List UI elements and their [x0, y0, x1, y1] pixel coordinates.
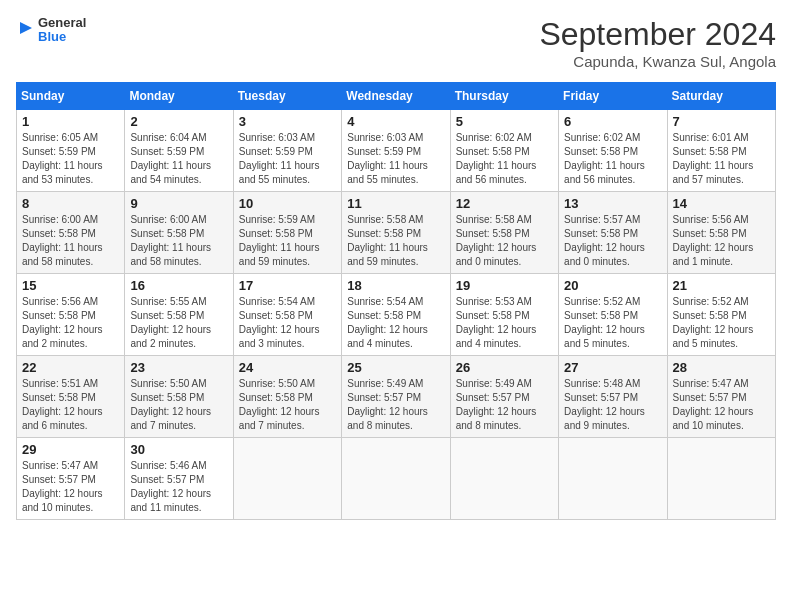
cell-day-number: 25	[347, 360, 444, 375]
logo: General Blue	[16, 16, 86, 45]
cell-daylight: Daylight: 12 hours and 5 minutes.	[564, 323, 661, 351]
cell-sunset: Sunset: 5:58 PM	[130, 391, 227, 405]
cell-sunset: Sunset: 5:57 PM	[22, 473, 119, 487]
cell-sunrise: Sunrise: 5:49 AM	[347, 377, 444, 391]
cell-sunrise: Sunrise: 6:02 AM	[564, 131, 661, 145]
cell-sunset: Sunset: 5:58 PM	[673, 227, 770, 241]
cell-sunrise: Sunrise: 5:53 AM	[456, 295, 553, 309]
cell-sunset: Sunset: 5:58 PM	[22, 309, 119, 323]
calendar-cell-1-1: 1 Sunrise: 6:05 AM Sunset: 5:59 PM Dayli…	[17, 110, 125, 192]
svg-marker-0	[20, 22, 32, 34]
cell-day-number: 13	[564, 196, 661, 211]
calendar-cell-3-2: 16 Sunrise: 5:55 AM Sunset: 5:58 PM Dayl…	[125, 274, 233, 356]
cell-sunrise: Sunrise: 5:49 AM	[456, 377, 553, 391]
cell-day-number: 14	[673, 196, 770, 211]
cell-sunrise: Sunrise: 5:52 AM	[673, 295, 770, 309]
calendar-cell-5-1: 29 Sunrise: 5:47 AM Sunset: 5:57 PM Dayl…	[17, 438, 125, 520]
cell-day-number: 5	[456, 114, 553, 129]
cell-daylight: Daylight: 12 hours and 2 minutes.	[130, 323, 227, 351]
calendar-cell-4-1: 22 Sunrise: 5:51 AM Sunset: 5:58 PM Dayl…	[17, 356, 125, 438]
cell-day-number: 29	[22, 442, 119, 457]
cell-daylight: Daylight: 11 hours and 55 minutes.	[347, 159, 444, 187]
cell-day-number: 8	[22, 196, 119, 211]
calendar-cell-1-5: 5 Sunrise: 6:02 AM Sunset: 5:58 PM Dayli…	[450, 110, 558, 192]
cell-daylight: Daylight: 12 hours and 11 minutes.	[130, 487, 227, 515]
cell-day-number: 3	[239, 114, 336, 129]
cell-daylight: Daylight: 12 hours and 7 minutes.	[239, 405, 336, 433]
calendar-cell-3-1: 15 Sunrise: 5:56 AM Sunset: 5:58 PM Dayl…	[17, 274, 125, 356]
calendar-table: Sunday Monday Tuesday Wednesday Thursday…	[16, 82, 776, 520]
calendar-cell-1-2: 2 Sunrise: 6:04 AM Sunset: 5:59 PM Dayli…	[125, 110, 233, 192]
cell-daylight: Daylight: 12 hours and 5 minutes.	[673, 323, 770, 351]
calendar-cell-1-6: 6 Sunrise: 6:02 AM Sunset: 5:58 PM Dayli…	[559, 110, 667, 192]
cell-day-number: 26	[456, 360, 553, 375]
logo-blue-text: Blue	[38, 30, 86, 44]
col-friday: Friday	[559, 83, 667, 110]
calendar-cell-3-7: 21 Sunrise: 5:52 AM Sunset: 5:58 PM Dayl…	[667, 274, 775, 356]
cell-daylight: Daylight: 12 hours and 6 minutes.	[22, 405, 119, 433]
calendar-cell-1-7: 7 Sunrise: 6:01 AM Sunset: 5:58 PM Dayli…	[667, 110, 775, 192]
col-monday: Monday	[125, 83, 233, 110]
calendar-cell-5-6	[559, 438, 667, 520]
cell-day-number: 7	[673, 114, 770, 129]
col-saturday: Saturday	[667, 83, 775, 110]
cell-sunrise: Sunrise: 5:51 AM	[22, 377, 119, 391]
cell-daylight: Daylight: 11 hours and 59 minutes.	[239, 241, 336, 269]
calendar-cell-5-4	[342, 438, 450, 520]
cell-sunrise: Sunrise: 6:03 AM	[239, 131, 336, 145]
cell-daylight: Daylight: 11 hours and 53 minutes.	[22, 159, 119, 187]
col-thursday: Thursday	[450, 83, 558, 110]
cell-sunrise: Sunrise: 5:57 AM	[564, 213, 661, 227]
cell-sunset: Sunset: 5:58 PM	[564, 227, 661, 241]
cell-day-number: 27	[564, 360, 661, 375]
cell-daylight: Daylight: 11 hours and 58 minutes.	[22, 241, 119, 269]
page-title: September 2024	[539, 16, 776, 53]
cell-daylight: Daylight: 11 hours and 56 minutes.	[564, 159, 661, 187]
calendar-cell-2-1: 8 Sunrise: 6:00 AM Sunset: 5:58 PM Dayli…	[17, 192, 125, 274]
cell-daylight: Daylight: 12 hours and 4 minutes.	[456, 323, 553, 351]
calendar-cell-4-7: 28 Sunrise: 5:47 AM Sunset: 5:57 PM Dayl…	[667, 356, 775, 438]
cell-daylight: Daylight: 11 hours and 59 minutes.	[347, 241, 444, 269]
cell-sunrise: Sunrise: 6:00 AM	[22, 213, 119, 227]
cell-day-number: 17	[239, 278, 336, 293]
cell-sunrise: Sunrise: 5:54 AM	[347, 295, 444, 309]
cell-day-number: 11	[347, 196, 444, 211]
calendar-header-row: Sunday Monday Tuesday Wednesday Thursday…	[17, 83, 776, 110]
cell-sunset: Sunset: 5:59 PM	[130, 145, 227, 159]
cell-daylight: Daylight: 11 hours and 56 minutes.	[456, 159, 553, 187]
cell-sunset: Sunset: 5:58 PM	[564, 309, 661, 323]
calendar-week-1: 1 Sunrise: 6:05 AM Sunset: 5:59 PM Dayli…	[17, 110, 776, 192]
cell-sunset: Sunset: 5:58 PM	[130, 309, 227, 323]
calendar-cell-4-2: 23 Sunrise: 5:50 AM Sunset: 5:58 PM Dayl…	[125, 356, 233, 438]
calendar-cell-3-4: 18 Sunrise: 5:54 AM Sunset: 5:58 PM Dayl…	[342, 274, 450, 356]
cell-sunset: Sunset: 5:59 PM	[347, 145, 444, 159]
cell-sunrise: Sunrise: 5:50 AM	[130, 377, 227, 391]
cell-day-number: 23	[130, 360, 227, 375]
cell-day-number: 18	[347, 278, 444, 293]
cell-sunrise: Sunrise: 6:01 AM	[673, 131, 770, 145]
cell-sunset: Sunset: 5:58 PM	[130, 227, 227, 241]
cell-day-number: 6	[564, 114, 661, 129]
cell-sunset: Sunset: 5:57 PM	[564, 391, 661, 405]
cell-sunrise: Sunrise: 5:48 AM	[564, 377, 661, 391]
logo-general-text: General	[38, 16, 86, 30]
cell-sunset: Sunset: 5:58 PM	[347, 227, 444, 241]
cell-day-number: 20	[564, 278, 661, 293]
cell-day-number: 21	[673, 278, 770, 293]
title-block: September 2024 Capunda, Kwanza Sul, Ango…	[539, 16, 776, 70]
cell-day-number: 19	[456, 278, 553, 293]
cell-daylight: Daylight: 12 hours and 1 minute.	[673, 241, 770, 269]
calendar-cell-2-6: 13 Sunrise: 5:57 AM Sunset: 5:58 PM Dayl…	[559, 192, 667, 274]
calendar-week-5: 29 Sunrise: 5:47 AM Sunset: 5:57 PM Dayl…	[17, 438, 776, 520]
logo-flag-icon	[16, 20, 36, 40]
calendar-cell-2-5: 12 Sunrise: 5:58 AM Sunset: 5:58 PM Dayl…	[450, 192, 558, 274]
cell-sunset: Sunset: 5:57 PM	[347, 391, 444, 405]
cell-daylight: Daylight: 11 hours and 57 minutes.	[673, 159, 770, 187]
cell-day-number: 28	[673, 360, 770, 375]
cell-sunrise: Sunrise: 5:54 AM	[239, 295, 336, 309]
cell-sunset: Sunset: 5:58 PM	[239, 309, 336, 323]
cell-sunrise: Sunrise: 5:58 AM	[456, 213, 553, 227]
cell-day-number: 24	[239, 360, 336, 375]
cell-day-number: 15	[22, 278, 119, 293]
cell-sunset: Sunset: 5:58 PM	[239, 227, 336, 241]
